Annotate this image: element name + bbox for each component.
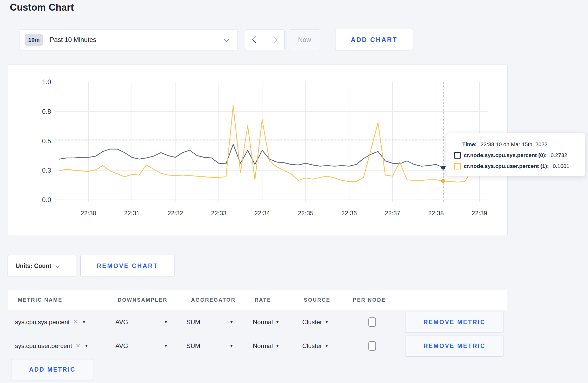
downsampler-caret[interactable]: ▼	[164, 312, 168, 332]
prev-time-button[interactable]	[245, 30, 265, 50]
svg-text:22:39: 22:39	[472, 210, 487, 217]
svg-text:1.0: 1.0	[42, 78, 51, 86]
downsampler-select[interactable]: AVG	[115, 312, 128, 332]
time-nav-group	[245, 29, 285, 50]
source-label: Cluster	[302, 342, 322, 350]
table-row: sys.cpu.sys.percent ✕ ▼ AVG ▼ SUM ▼ Norm…	[8, 312, 507, 332]
add-chart-button[interactable]: ADD CHART	[335, 29, 413, 50]
col-header-metric-name: METRIC NAME	[18, 290, 62, 310]
aggregator-caret[interactable]: ▼	[229, 312, 234, 332]
chevron-down-icon: ▼	[325, 320, 329, 324]
time-range-badge: 10m	[25, 34, 43, 46]
user-series-swatch-icon	[454, 163, 461, 169]
col-header-source: SOURCE	[304, 290, 330, 310]
units-label: Units: Count	[16, 263, 51, 269]
chart-hover-tooltip: Time: 22:38:10 on Mar 15th, 2022 cr.node…	[446, 133, 585, 176]
next-time-button[interactable]	[265, 30, 284, 50]
svg-text:0.8: 0.8	[42, 108, 51, 115]
rate-label: Normal	[253, 342, 273, 350]
svg-text:22:37: 22:37	[385, 210, 400, 217]
chevron-down-icon	[55, 264, 60, 268]
chevron-down-icon	[224, 37, 229, 42]
aggregator-select[interactable]: SUM	[186, 312, 200, 332]
metrics-table-header: METRIC NAME DOWNSAMPLER AGGREGATOR RATE …	[8, 290, 507, 310]
now-button[interactable]: Now	[289, 29, 320, 50]
svg-text:22:36: 22:36	[341, 210, 357, 217]
chevron-down-icon: ▼	[164, 320, 168, 324]
chevron-down-icon: ▼	[229, 344, 234, 348]
aggregator-select[interactable]: SUM	[186, 336, 200, 356]
units-select[interactable]: Units: Count	[8, 255, 76, 277]
tooltip-series-label: cr.node.sys.cpu.user.percent (1):	[464, 163, 549, 169]
svg-text:22:38: 22:38	[428, 210, 444, 217]
svg-text:0.3: 0.3	[42, 167, 51, 174]
svg-text:0.0: 0.0	[42, 196, 51, 203]
chevron-down-icon: ▼	[275, 344, 279, 348]
tooltip-series-value: 0.1601	[553, 163, 569, 169]
tooltip-series-row: cr.node.sys.cpu.user.percent (1): 0.1601	[446, 161, 585, 172]
source-select[interactable]: Cluster ▼	[302, 336, 329, 356]
rate-label: Normal	[253, 318, 273, 326]
toolbar-divider	[8, 29, 8, 50]
tooltip-time-label: Time:	[462, 141, 477, 147]
tooltip-series-value: 0.2732	[551, 152, 567, 158]
chevron-down-icon: ▼	[164, 344, 168, 348]
sys-series-swatch-icon	[454, 152, 461, 159]
svg-text:0.5: 0.5	[42, 137, 51, 145]
svg-text:22:33: 22:33	[211, 210, 227, 217]
time-range-label: Past 10 Minutes	[50, 36, 96, 44]
svg-text:22:30: 22:30	[81, 210, 96, 217]
chevron-down-icon: ▼	[229, 320, 234, 324]
rate-select[interactable]: Normal ▼	[253, 312, 279, 332]
chart-svg[interactable]: 1.00.80.50.30.022:3022:3122:3222:3322:34…	[8, 65, 507, 236]
col-header-downsampler: DOWNSAMPLER	[118, 290, 167, 310]
add-metric-button[interactable]: ADD METRIC	[12, 359, 93, 380]
chevron-down-icon: ▼	[275, 320, 279, 324]
tooltip-time-value: 22:38:10 on Mar 15th, 2022	[481, 141, 548, 147]
clear-metric-icon[interactable]: ✕	[73, 318, 78, 325]
svg-text:22:32: 22:32	[167, 210, 183, 217]
per-node-cell	[368, 312, 376, 332]
per-node-cell	[368, 336, 376, 356]
downsampler-select[interactable]: AVG	[115, 336, 128, 356]
metric-name-label: sys.cpu.sys.percent	[15, 318, 70, 326]
svg-text:22:35: 22:35	[298, 210, 313, 217]
chevron-down-icon[interactable]: ▼	[84, 344, 88, 348]
col-header-rate: RATE	[255, 290, 271, 310]
metric-name-label: sys.cpu.user.percent	[15, 342, 72, 350]
metric-name-cell[interactable]: sys.cpu.sys.percent ✕ ▼	[15, 312, 86, 332]
time-range-select[interactable]: 10m Past 10 Minutes	[20, 29, 237, 50]
remove-metric-button[interactable]: REMOVE METRIC	[405, 312, 504, 333]
per-node-checkbox[interactable]	[368, 341, 376, 351]
source-label: Cluster	[302, 318, 322, 326]
svg-text:22:34: 22:34	[254, 210, 270, 217]
rate-select[interactable]: Normal ▼	[253, 336, 279, 356]
remove-metric-button[interactable]: REMOVE METRIC	[405, 336, 504, 357]
downsampler-caret[interactable]: ▼	[164, 336, 168, 356]
tooltip-series-label: cr.node.sys.cpu.sys.percent (0):	[464, 152, 547, 158]
col-header-aggregator: AGGREGATOR	[191, 290, 236, 310]
table-row: sys.cpu.user.percent ✕ ▼ AVG ▼ SUM ▼ Nor…	[8, 336, 507, 356]
clear-metric-icon[interactable]: ✕	[75, 342, 80, 349]
svg-text:22:31: 22:31	[124, 210, 140, 217]
aggregator-caret[interactable]: ▼	[229, 336, 234, 356]
metric-name-cell[interactable]: sys.cpu.user.percent ✕ ▼	[15, 336, 88, 356]
page-title: Custom Chart	[10, 2, 74, 13]
chevron-right-icon	[270, 36, 277, 43]
per-node-checkbox[interactable]	[368, 317, 376, 327]
tooltip-time-row: Time: 22:38:10 on Mar 15th, 2022	[446, 139, 585, 150]
chevron-down-icon[interactable]: ▼	[82, 320, 86, 324]
remove-chart-button[interactable]: REMOVE CHART	[80, 255, 174, 277]
chart-panel: 1.00.80.50.30.022:3022:3122:3222:3322:34…	[8, 64, 508, 236]
chevron-down-icon: ▼	[325, 344, 329, 348]
chevron-left-icon	[252, 36, 259, 43]
tooltip-series-row: cr.node.sys.cpu.sys.percent (0): 0.2732	[446, 150, 585, 161]
col-header-per-node: PER NODE	[353, 290, 386, 310]
source-select[interactable]: Cluster ▼	[302, 312, 329, 332]
